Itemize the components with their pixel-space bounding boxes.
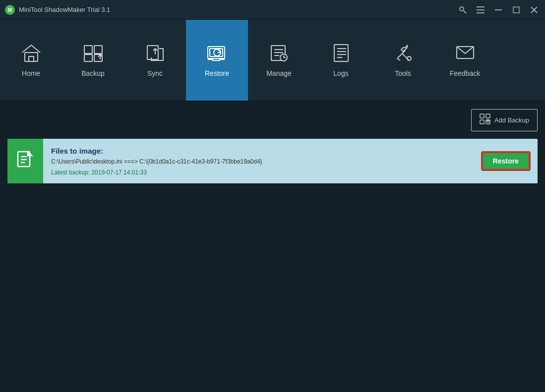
home-icon	[21, 44, 41, 65]
svg-rect-32	[334, 45, 348, 61]
tools-icon	[393, 44, 413, 65]
svg-rect-5	[477, 9, 484, 10]
svg-rect-7	[495, 9, 502, 10]
nav-item-home[interactable]: Home	[0, 20, 62, 101]
titlebar: M MiniTool ShadowMaker Trial 3.1	[0, 0, 545, 20]
navbar: Home Backup Sync	[0, 20, 545, 102]
add-backup-icon	[480, 113, 490, 127]
nav-item-tools[interactable]: Tools	[372, 20, 434, 101]
maximize-icon[interactable]	[510, 4, 522, 16]
svg-rect-12	[29, 56, 34, 61]
nav-label-logs: Logs	[333, 69, 348, 77]
nav-item-backup[interactable]: Backup	[62, 20, 124, 101]
backup-card-info: Files to image: C:\Users\Public\desktop.…	[43, 141, 474, 182]
svg-point-2	[460, 7, 464, 11]
svg-rect-14	[94, 46, 102, 54]
titlebar-left: M MiniTool ShadowMaker Trial 3.1	[5, 5, 110, 15]
nav-label-manage: Manage	[266, 69, 292, 77]
menu-icon[interactable]	[475, 4, 486, 16]
backup-type-label: Files to image:	[51, 147, 466, 155]
backup-path: C:\Users\Public\desktop.ini ===> C:\{0b1…	[51, 158, 466, 165]
restore-button[interactable]: Restore	[482, 152, 530, 170]
nav-label-feedback: Feedback	[450, 69, 480, 77]
app-title: MiniTool ShadowMaker Trial 3.1	[19, 6, 110, 13]
nav-label-restore: Restore	[205, 69, 229, 77]
toolbar-row: Add Backup	[7, 109, 538, 131]
search-icon[interactable]	[457, 4, 469, 16]
nav-item-feedback[interactable]: Feedback	[434, 20, 496, 101]
nav-label-tools: Tools	[395, 69, 411, 77]
add-backup-label: Add Backup	[494, 116, 529, 124]
svg-rect-18	[147, 46, 158, 59]
nav-item-restore[interactable]: Restore	[186, 20, 248, 101]
svg-rect-42	[480, 120, 484, 124]
svg-rect-6	[477, 12, 484, 13]
manage-icon	[269, 44, 289, 65]
backup-card-action: Restore	[474, 146, 538, 176]
restore-icon	[207, 44, 228, 65]
content-area: Add Backup Files to image: C:\Users\Publ…	[0, 102, 545, 392]
nav-label-home: Home	[22, 69, 40, 77]
svg-rect-8	[513, 7, 519, 13]
nav-item-sync[interactable]: Sync	[124, 20, 186, 101]
svg-line-3	[464, 11, 466, 13]
titlebar-controls	[457, 4, 540, 16]
backup-date: Latest backup: 2019-07-17 14:01:33	[51, 169, 466, 176]
svg-rect-41	[486, 114, 490, 118]
svg-rect-13	[84, 46, 92, 54]
backup-card: Files to image: C:\Users\Public\desktop.…	[7, 139, 538, 183]
close-icon[interactable]	[528, 4, 540, 16]
add-backup-button[interactable]: Add Backup	[471, 109, 538, 131]
minimize-icon[interactable]	[492, 4, 504, 16]
svg-rect-24	[213, 58, 220, 60]
svg-rect-15	[84, 55, 92, 61]
nav-item-manage[interactable]: Manage	[248, 20, 310, 101]
backup-card-file-icon	[7, 139, 43, 183]
nav-label-backup: Backup	[81, 69, 105, 77]
svg-line-37	[397, 58, 400, 60]
app-logo: M	[5, 5, 15, 15]
logs-icon	[331, 44, 351, 65]
backup-icon	[83, 44, 103, 65]
feedback-icon	[455, 44, 475, 65]
nav-label-sync: Sync	[147, 69, 163, 77]
nav-item-logs[interactable]: Logs	[310, 20, 372, 101]
svg-text:M: M	[8, 7, 12, 13]
sync-icon	[145, 44, 165, 65]
svg-rect-40	[480, 114, 484, 118]
svg-rect-4	[477, 6, 484, 7]
